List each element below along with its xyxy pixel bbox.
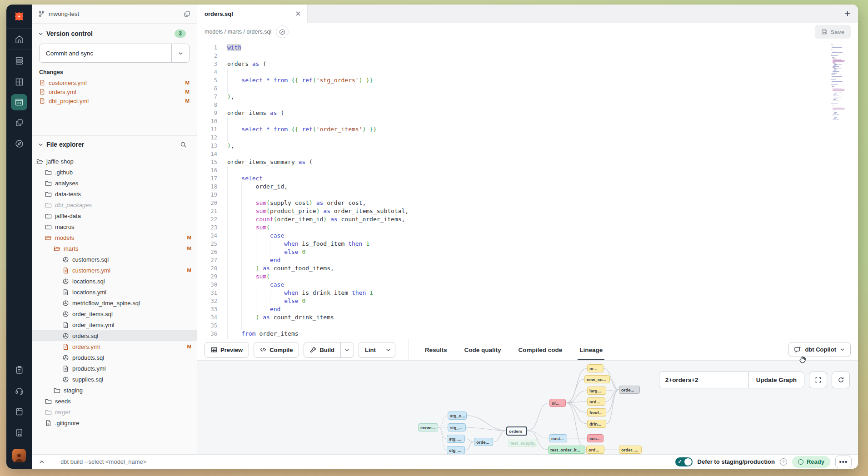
tree-item-locations-yml[interactable]: locations.yml [32, 287, 197, 298]
defer-toggle[interactable]: ✓ [675, 457, 693, 466]
compile-button[interactable]: Compile [254, 342, 299, 358]
tree-item-order-items-yml[interactable]: order_items.yml [32, 319, 197, 330]
lineage-node-ecom[interactable]: ecom.... [418, 423, 438, 431]
tree-item-customers-sql[interactable]: customers.sql [32, 254, 197, 265]
apps-grid-icon[interactable] [6, 71, 32, 92]
changed-file[interactable]: customers.ymlM [32, 78, 197, 87]
new-tab-button[interactable] [837, 5, 858, 23]
minimap[interactable] [831, 44, 855, 122]
code-editor[interactable]: 1with23orders as (45 select * from {{ re… [197, 41, 858, 339]
tree-item-metricflow-time-spine-sql[interactable]: metricflow_time_spine.sql [32, 298, 197, 308]
lineage-node-y6[interactable]: drin... [587, 420, 606, 428]
tree-item--github[interactable]: .github [32, 167, 197, 178]
explore-compass-icon[interactable] [6, 133, 32, 154]
environments-icon[interactable] [6, 50, 32, 71]
chevron-down-icon[interactable] [340, 342, 354, 357]
file-explorer-header[interactable]: File explorer [32, 136, 197, 152]
search-icon[interactable] [180, 141, 187, 148]
tree-item-data-tests[interactable]: data-tests [32, 188, 197, 199]
home-icon[interactable] [6, 29, 32, 50]
lineage-node-cusp[interactable]: cus... [587, 434, 604, 442]
folder-icon [45, 398, 52, 405]
dbt-logo[interactable] [6, 5, 32, 29]
tree-item-marts[interactable]: martsM [32, 243, 197, 254]
lineage-node-stg4[interactable]: stg_... [447, 446, 465, 454]
tree-item-target[interactable]: target [32, 407, 197, 417]
chevron-down-icon[interactable] [382, 342, 395, 357]
lineage-panel[interactable]: ecom....stg_o...stg_...stg_...stg_...ord… [197, 360, 858, 454]
line-content: select * from {{ ref('stg_orders') }} [224, 76, 858, 84]
tree-item-analyses[interactable]: analyses [32, 178, 197, 188]
develop-ide-icon[interactable] [11, 94, 27, 110]
tree-item-staging[interactable]: staging [32, 385, 197, 396]
close-icon[interactable] [294, 10, 302, 17]
tree-item-customers-yml[interactable]: customers.ymlM [32, 265, 197, 276]
tab-results[interactable]: Results [425, 339, 447, 360]
tab-lineage[interactable]: Lineage [579, 339, 603, 360]
lineage-node-stg1[interactable]: stg_o... [448, 412, 467, 420]
tasks-clipboard-icon[interactable] [6, 359, 32, 380]
button-label: Preview [220, 347, 243, 353]
tree-item-seeds[interactable]: seeds [32, 396, 197, 407]
tree-item-macros[interactable]: macros [32, 221, 197, 232]
lineage-node-y1[interactable]: or... [587, 364, 604, 372]
tree-item-label: target [55, 409, 191, 416]
docs-notebook-icon[interactable] [6, 401, 32, 422]
lineage-node-orp[interactable]: or... [549, 399, 566, 407]
open-file-actions-button[interactable] [276, 25, 289, 38]
lineage-node-y4[interactable]: ord... [587, 397, 605, 406]
tree-item-products-sql[interactable]: products.sql [32, 352, 197, 363]
tree-item-dbt-packages[interactable]: dbt_packages [32, 199, 197, 210]
lineage-node-stg2[interactable]: stg_... [448, 423, 466, 431]
preview-button[interactable]: Preview [205, 342, 249, 358]
lineage-node-cust[interactable]: cust... [549, 434, 567, 442]
branch-row[interactable]: mwong-test [32, 5, 197, 24]
tree-item--gitignore[interactable]: .gitignore [32, 417, 197, 428]
avatar[interactable] [12, 449, 26, 462]
lineage-node-y3[interactable]: larg... [587, 387, 606, 395]
tree-item-label: customers.yml [72, 267, 184, 274]
lineage-node-gray1[interactable]: orde... [619, 386, 640, 394]
changed-file[interactable]: orders.ymlM [32, 87, 197, 96]
tree-item-order-items-sql[interactable]: order_items.sql [32, 308, 197, 319]
tree-item-products-yml[interactable]: products.yml [32, 363, 197, 374]
lint-button[interactable]: Lint [359, 342, 395, 358]
support-headset-icon[interactable] [6, 380, 32, 401]
refresh-icon[interactable] [832, 372, 850, 388]
lineage-node-y7[interactable]: ord... [586, 446, 604, 454]
lineage-node-tord[interactable]: test_order_it... [548, 446, 585, 454]
tree-item-models[interactable]: modelsM [32, 232, 197, 243]
copy-branch-icon[interactable] [184, 10, 190, 17]
projects-icon[interactable] [6, 112, 32, 133]
lineage-node-orders[interactable]: orders [506, 426, 527, 436]
commit-and-sync-button[interactable]: Commit and sync [39, 44, 190, 63]
lineage-node-y5[interactable]: food... [587, 408, 606, 416]
lineage-node-y2[interactable]: new_cu... [584, 375, 610, 383]
tree-item-jaffle-shop[interactable]: jaffle-shop [32, 156, 197, 167]
tree-item-supplies-sql[interactable]: supplies.sql [32, 374, 197, 385]
expand-command-bar-button[interactable] [32, 455, 52, 469]
lineage-node-y8[interactable]: order_... [619, 446, 642, 454]
build-button[interactable]: Build [304, 342, 354, 358]
version-control-header[interactable]: Version control 3 [32, 24, 197, 42]
commit-options-caret[interactable] [171, 44, 189, 62]
tree-item-locations-sql[interactable]: locations.sql [32, 276, 197, 287]
tree-item-jaffle-data[interactable]: jaffle-data [32, 210, 197, 221]
command-input[interactable]: dbt build --select <model_name> [60, 458, 675, 465]
organization-icon[interactable] [6, 422, 32, 443]
help-icon[interactable]: ? [780, 458, 787, 466]
changed-file[interactable]: dbt_project.ymlM [32, 96, 197, 105]
update-graph-button[interactable]: Update Graph [748, 372, 804, 388]
tab-code-quality[interactable]: Code quality [464, 339, 501, 360]
tree-item-orders-sql[interactable]: orders.sql [32, 330, 197, 341]
lineage-node-stg3[interactable]: stg_... [447, 435, 465, 443]
lineage-node-ordstg[interactable]: orde... [474, 438, 493, 446]
lineage-node-tsup[interactable]: test_supply... [508, 439, 537, 447]
more-options-button[interactable]: ••• [835, 456, 852, 468]
tab-compiled-code[interactable]: Compiled code [519, 339, 563, 360]
tab-orders-sql[interactable]: orders.sql [197, 5, 308, 23]
save-button[interactable]: Save [815, 25, 851, 39]
fullscreen-icon[interactable] [809, 372, 827, 388]
tree-item-orders-yml[interactable]: orders.ymlM [32, 341, 197, 352]
lineage-filter-input[interactable] [659, 372, 748, 388]
